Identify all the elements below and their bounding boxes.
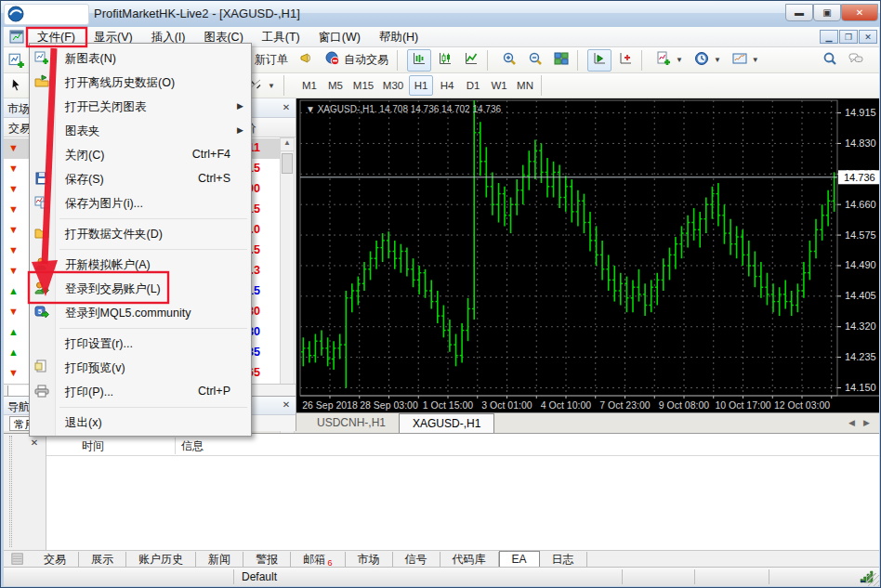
terminal-tab-alerts[interactable]: 警报 bbox=[243, 552, 291, 568]
menu-shortcut: Ctrl+S bbox=[198, 172, 230, 185]
zoom-in-icon bbox=[502, 51, 517, 69]
file-menu-item-open-closed-chart[interactable]: 打开已关闭图表▶ bbox=[30, 95, 251, 119]
chart-tab-usdcnh-h1[interactable]: USDCNH-,H1 bbox=[304, 413, 400, 433]
scroll-up-icon[interactable]: ▲ bbox=[281, 138, 294, 151]
file-menu-item-save-as-picture[interactable]: 保存为图片(i)... bbox=[30, 191, 251, 216]
child-minimize-button[interactable]: ▁ bbox=[820, 30, 838, 44]
terminal-tab-news[interactable]: 新闻 bbox=[196, 552, 243, 568]
menubar-item-window[interactable]: 窗口(W) bbox=[309, 27, 370, 47]
terminal-tab-code-base[interactable]: 代码库 bbox=[440, 552, 499, 568]
zoom-out-button[interactable] bbox=[523, 49, 547, 72]
auto-scroll-button[interactable] bbox=[587, 49, 611, 72]
terminal-tab-signals[interactable]: 信号 bbox=[393, 552, 440, 568]
chart-area[interactable]: 14.91514.83014.74514.66014.57514.49014.4… bbox=[296, 98, 879, 412]
terminal-tab-market[interactable]: 市场 bbox=[346, 552, 393, 568]
chevron-down-icon[interactable]: ▼ bbox=[752, 56, 759, 64]
toolbar-separator bbox=[397, 50, 403, 71]
file-menu-item-print[interactable]: 打印(P)...Ctrl+P bbox=[30, 380, 251, 404]
terminal-grip[interactable] bbox=[9, 436, 12, 547]
terminal-tab-exposure[interactable]: 展示 bbox=[79, 552, 126, 568]
cursor-icon[interactable] bbox=[9, 78, 24, 97]
file-menu-item-save[interactable]: 保存(S)Ctrl+S bbox=[30, 167, 251, 191]
chart-shift-button[interactable] bbox=[613, 49, 638, 72]
file-menu-item-new-demo-account[interactable]: 开新模拟帐户(A) bbox=[30, 253, 251, 277]
mdi-chart-icon[interactable] bbox=[9, 30, 24, 48]
timeframe-m1[interactable]: M1 bbox=[297, 75, 322, 96]
menu-separator bbox=[30, 246, 251, 253]
chevron-down-icon[interactable]: ▼ bbox=[268, 82, 275, 90]
bar-chart-button[interactable] bbox=[407, 49, 431, 72]
timeframe-m30[interactable]: M30 bbox=[379, 75, 407, 96]
terminal-tab-mailbox[interactable]: 邮箱 6 bbox=[291, 552, 346, 568]
terminal-tab-ea[interactable]: EA bbox=[499, 551, 540, 567]
menubar-item-tools[interactable]: 工具(T) bbox=[253, 27, 309, 47]
svg-text:26 Sep 2018: 26 Sep 2018 bbox=[302, 399, 358, 411]
terminal-tab-bar: 交易展示账户历史新闻警报邮箱 6市场信号代码库EA日志 bbox=[4, 550, 879, 567]
new-chart-toolbar-icon[interactable] bbox=[8, 52, 25, 72]
minimize-button[interactable]: ▬ bbox=[785, 4, 813, 21]
svg-text:28 Sep 03:00: 28 Sep 03:00 bbox=[360, 399, 418, 411]
profile-selector[interactable]: Default bbox=[242, 570, 277, 583]
time-column-header[interactable]: 时间 bbox=[82, 438, 104, 454]
price-down-icon: ▼ bbox=[8, 367, 19, 378]
indicators-button[interactable]: ▼ bbox=[651, 49, 688, 72]
timeframe-h1[interactable]: H1 bbox=[409, 75, 433, 96]
file-menu-item-exit[interactable]: 退出(x) bbox=[30, 411, 251, 435]
data-folder-icon bbox=[34, 226, 49, 243]
zoom-in-button[interactable] bbox=[497, 49, 521, 72]
autotrading-button[interactable]: 自动交易 bbox=[321, 49, 393, 72]
terminal-close-button[interactable]: ✕ bbox=[28, 438, 41, 451]
navigator-close-icon[interactable]: ✕ bbox=[280, 399, 293, 412]
file-menu-item-open-data-folder[interactable]: 打开数据文件夹(D) bbox=[30, 222, 251, 246]
templates-button[interactable]: ▼ bbox=[728, 49, 764, 72]
chevron-down-icon[interactable]: ▼ bbox=[676, 56, 683, 64]
menu-separator bbox=[30, 325, 251, 332]
svg-text:14.575: 14.575 bbox=[845, 229, 876, 241]
file-menu-item-new-chart[interactable]: 新图表(N) bbox=[30, 46, 251, 71]
community-chat-button[interactable] bbox=[844, 49, 868, 72]
tile-windows-button[interactable] bbox=[549, 49, 573, 72]
maximize-button[interactable]: ▣ bbox=[813, 4, 841, 21]
publisher-button[interactable] bbox=[295, 49, 319, 72]
terminal-tab-trade[interactable]: 交易 bbox=[32, 552, 79, 568]
tab-scroll-left-icon[interactable]: ◀ bbox=[848, 418, 855, 427]
file-menu-item-print-preview[interactable]: 打印预览(v) bbox=[30, 356, 251, 380]
price-up-icon: ▲ bbox=[8, 326, 19, 337]
tab-scroll-right-icon[interactable]: ▶ bbox=[863, 418, 870, 427]
candlestick-chart-button[interactable] bbox=[433, 49, 457, 72]
search-button[interactable] bbox=[818, 49, 842, 72]
timeframe-w1[interactable]: W1 bbox=[487, 75, 511, 96]
file-menu-item-open-offline[interactable]: 打开离线历史数据(O) bbox=[30, 71, 251, 95]
save-picture-icon bbox=[34, 195, 49, 213]
timeframe-d1[interactable]: D1 bbox=[461, 75, 485, 96]
scroll-thumb[interactable] bbox=[282, 153, 293, 174]
menubar-item-help[interactable]: 帮助(H) bbox=[370, 27, 427, 47]
timeframe-m5[interactable]: M5 bbox=[323, 75, 348, 96]
chevron-down-icon[interactable]: ▼ bbox=[714, 56, 721, 64]
file-menu-item-profiles[interactable]: 图表夹▶ bbox=[30, 119, 251, 143]
periods-button[interactable]: ▼ bbox=[690, 49, 726, 72]
close-button[interactable]: ✕ bbox=[841, 4, 878, 21]
file-menu-item-print-setup[interactable]: 打印设置(r)... bbox=[30, 332, 251, 356]
terminal-tab-journal[interactable]: 日志 bbox=[540, 552, 587, 568]
chart-tab-xagusd-h1[interactable]: XAGUSD-,H1 bbox=[399, 413, 494, 433]
child-close-button[interactable]: ✕ bbox=[859, 30, 877, 44]
timeframe-m15[interactable]: M15 bbox=[349, 75, 377, 96]
file-menu-item-login-trade-account[interactable]: 登录到交易账户(L) bbox=[30, 277, 251, 301]
column-divider[interactable] bbox=[175, 438, 176, 454]
file-menu-item-login-mql5[interactable]: 5登录到MQL5.community bbox=[30, 301, 251, 325]
terminal-tab-account-history[interactable]: 账户历史 bbox=[126, 552, 196, 568]
resize-grip[interactable] bbox=[866, 573, 879, 586]
login-account-icon bbox=[34, 281, 49, 298]
timeframe-mn[interactable]: MN bbox=[513, 75, 537, 96]
timeframe-h4[interactable]: H4 bbox=[435, 75, 459, 96]
price-down-icon: ▼ bbox=[8, 183, 19, 194]
child-restore-button[interactable]: ❐ bbox=[839, 30, 858, 44]
svg-text:14.660: 14.660 bbox=[845, 199, 876, 210]
menu-separator bbox=[30, 404, 251, 411]
line-chart-button[interactable] bbox=[459, 49, 483, 72]
svg-text:12 Oct 03:00: 12 Oct 03:00 bbox=[774, 399, 830, 411]
file-menu-item-close[interactable]: 关闭(C)Ctrl+F4 bbox=[30, 143, 251, 167]
market-watch-close-icon[interactable]: ✕ bbox=[280, 101, 293, 114]
message-column-header[interactable]: 信息 bbox=[181, 438, 204, 454]
